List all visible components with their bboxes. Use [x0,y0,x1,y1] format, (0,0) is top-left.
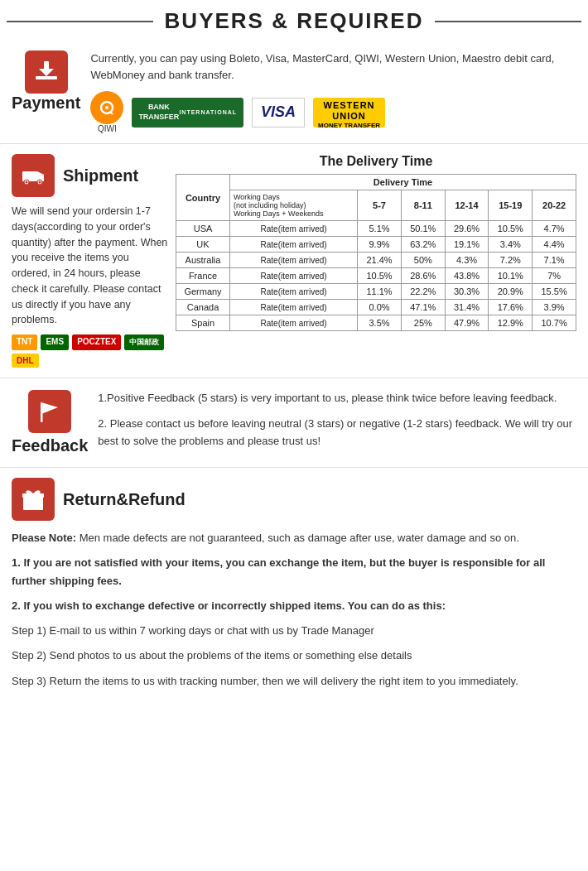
cell-c5: 15.5% [533,284,576,300]
cell-country: UK [176,237,230,253]
shipment-title: Shipment [63,166,138,185]
payment-section: Payment Currently, you can pay using Bol… [0,41,588,144]
tnt-carrier: TNT [12,334,37,350]
cell-country: France [176,268,230,284]
header-line-right [435,21,581,22]
table-row: France Rate(item arrived) 10.5% 28.6% 43… [176,268,576,284]
delivery-title: The Delivery Time [176,154,576,169]
svg-rect-16 [31,493,35,510]
shipment-description: We will send your ordersin 1-7 days(acco… [12,204,169,328]
cell-c3: 29.6% [445,221,489,237]
cell-c3: 43.8% [445,268,489,284]
cell-c2: 22.2% [401,284,445,300]
return-point1-bold: 1. If you are not satisfied with your it… [12,556,545,587]
cell-c5: 10.7% [533,315,576,331]
cell-c1: 11.1% [358,284,402,300]
feedback-icon [28,390,71,433]
feedback-icon-wrap: Feedback [12,390,88,455]
col-12-14: 12-14 [445,190,489,221]
col-8-11: 8-11 [401,190,445,221]
payment-logos: QIWI BANKTRANSFERINTERNATIONAL VISA WEST… [90,91,576,133]
feedback-text: 1.Positive Feedback (5 stars) is very im… [98,390,576,450]
return-body: Please Note: Men made defects are not gu… [12,529,576,691]
cell-c5: 7.1% [533,253,576,268]
cell-c4: 17.6% [489,300,533,315]
carrier-logos: TNT EMS POCZTEX 中国邮政 DHL [12,334,169,368]
western-union-logo: WESTERN UNION MONEY TRANSFER [313,98,385,128]
qiwi-logo-wrap: QIWI [90,91,123,133]
cell-c1: 0.0% [358,300,402,315]
cell-country: Australia [176,253,230,268]
return-point2-bold: 2. If you wish to exchange defective or … [12,599,446,612]
svg-rect-0 [36,76,57,79]
cell-c2: 50.1% [401,221,445,237]
cell-c2: 63.2% [401,237,445,253]
cell-c1: 5.1% [358,221,402,237]
return-note-bold: Please Note: [12,532,76,544]
col-country: Country [176,175,230,221]
cell-c4: 7.2% [489,253,533,268]
return-note-text: Men made defects are not guaranteed, suc… [76,532,519,544]
cell-c2: 47.1% [401,300,445,315]
cell-c5: 3.9% [533,300,576,315]
svg-rect-13 [41,402,43,422]
table-header-row-2: Working Days(not including holiday)Worki… [176,190,576,221]
cell-c1: 3.5% [358,315,402,331]
cell-rate-label: Rate(item arrived) [230,221,358,237]
bank-transfer-logo: BANKTRANSFERINTERNATIONAL [132,98,243,128]
feedback-body: Feedback 1.Positive Feedback (5 stars) i… [12,390,576,455]
table-row: Australia Rate(item arrived) 21.4% 50% 4… [176,253,576,268]
page-header: BUYERS & REQUIRED [7,8,581,34]
table-row: Canada Rate(item arrived) 0.0% 47.1% 31.… [176,300,576,315]
feedback-point-2: 2. Please contact us before leaving neut… [98,416,576,450]
cell-country: Canada [176,300,230,315]
chinapost-carrier: 中国邮政 [124,334,164,350]
col-15-19: 15-19 [489,190,533,221]
col-5-7: 5-7 [358,190,402,221]
col-working-days: Working Days(not including holiday)Worki… [230,190,358,221]
svg-point-11 [39,181,41,184]
feedback-point-1: 1.Positive Feedback (5 stars) is very im… [98,390,576,407]
cell-rate-label: Rate(item arrived) [230,237,358,253]
payment-icon [25,51,68,94]
cell-c1: 10.5% [358,268,402,284]
cell-country: Germany [176,284,230,300]
cell-country: USA [176,221,230,237]
svg-marker-12 [41,402,58,414]
ems-carrier: EMS [41,334,69,350]
return-step-3: Step 3) Return the items to us with trac… [12,672,576,691]
col-delivery-time: Delivery Time [230,175,576,190]
return-point1: 1. If you are not satisfied with your it… [12,554,576,590]
cell-rate-label: Rate(item arrived) [230,284,358,300]
return-point2: 2. If you wish to exchange defective or … [12,597,576,615]
qiwi-label: QIWI [98,124,117,133]
table-row: Germany Rate(item arrived) 11.1% 22.2% 3… [176,284,576,300]
cell-c3: 4.3% [445,253,489,268]
payment-title: Payment [12,94,80,113]
feedback-section: Feedback 1.Positive Feedback (5 stars) i… [0,378,588,468]
return-refund-section: Return&Refund Please Note: Men made defe… [0,468,588,707]
return-steps: Step 1) E-mail to us within 7 working da… [12,622,576,690]
shipment-section: Shipment We will send your ordersin 1-7 … [0,144,588,378]
cell-c5: 4.7% [533,221,576,237]
return-step-2: Step 2) Send photos to us about the prob… [12,647,576,665]
cell-c4: 12.9% [489,315,533,331]
cell-c2: 25% [401,315,445,331]
cell-c3: 30.3% [445,284,489,300]
cell-c5: 4.4% [533,237,576,253]
cell-c4: 10.5% [489,221,533,237]
return-step-1: Step 1) E-mail to us within 7 working da… [12,622,576,640]
table-row: UK Rate(item arrived) 9.9% 63.2% 19.1% 3… [176,237,576,253]
svg-line-5 [110,112,113,114]
delivery-table: Country Delivery Time Working Days(not i… [176,174,576,331]
svg-point-4 [105,106,108,109]
table-row: Spain Rate(item arrived) 3.5% 25% 47.9% … [176,315,576,331]
cell-c4: 20.9% [489,284,533,300]
qiwi-logo [90,91,123,124]
cell-country: Spain [176,315,230,331]
cell-c4: 10.1% [489,268,533,284]
return-note: Please Note: Men made defects are not gu… [12,529,576,547]
return-icon [12,478,55,521]
svg-point-10 [26,181,28,184]
cell-c1: 21.4% [358,253,402,268]
